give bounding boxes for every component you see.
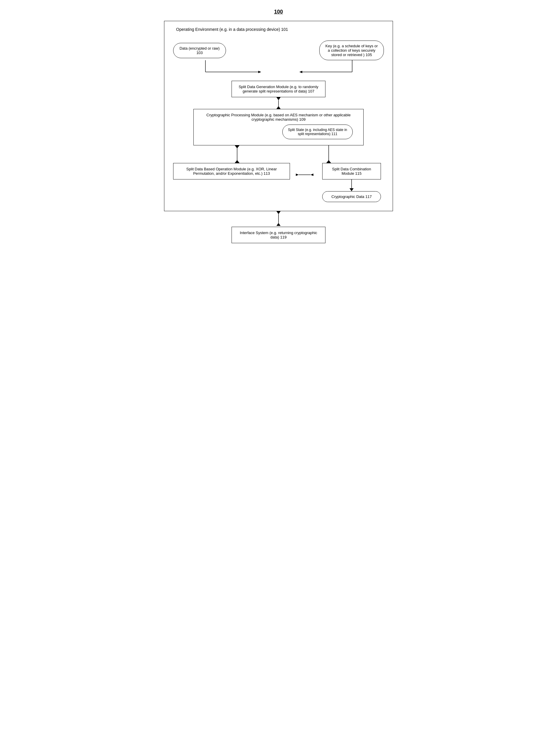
sdcm-box: Split Data Combination Module 115 xyxy=(322,163,381,179)
sdgm-cpm-arrow xyxy=(173,97,384,109)
top-arrows-area xyxy=(173,60,384,81)
sdbom-box: Split Data Based Operation Module (e.g. … xyxy=(173,163,290,179)
svg-marker-6 xyxy=(276,97,281,100)
svg-marker-14 xyxy=(296,174,299,176)
data-pill: Data (encrypted or raw) 103 xyxy=(173,43,226,58)
svg-marker-5 xyxy=(299,71,302,73)
svg-marker-2 xyxy=(258,71,261,73)
operating-environment-label: Operating Environment (e.g. in a data pr… xyxy=(173,27,384,32)
bottom-two-col: Split Data Based Operation Module (e.g. … xyxy=(173,163,384,202)
split-state-container: Split State (e.g. including AES state in… xyxy=(198,124,359,139)
horiz-arrow xyxy=(296,163,314,178)
svg-marker-13 xyxy=(326,160,331,163)
top-arrows-svg xyxy=(173,60,384,81)
interface-section: Interface System (e.g. returning cryptog… xyxy=(164,211,393,243)
crypto-data-pill: Cryptographic Data 117 xyxy=(322,191,381,202)
sdgm-container: Split Data Generation Module (e.g. to ra… xyxy=(173,81,384,97)
split-data-gen-module-box: Split Data Generation Module (e.g. to ra… xyxy=(232,81,325,97)
page: 100 Operating Environment (e.g. in a dat… xyxy=(164,9,393,243)
interface-system-box: Interface System (e.g. returning cryptog… xyxy=(232,227,325,243)
svg-marker-18 xyxy=(350,188,354,191)
figure-number: 100 xyxy=(164,9,393,15)
svg-marker-19 xyxy=(276,211,281,214)
cpm-container: Cryptographic Processing Module (e.g. ba… xyxy=(173,109,384,145)
svg-marker-8 xyxy=(276,106,281,109)
cpm-bottom-arrows xyxy=(173,145,384,163)
svg-marker-11 xyxy=(235,160,239,163)
svg-marker-16 xyxy=(311,174,314,176)
svg-marker-21 xyxy=(276,223,281,226)
top-row: Data (encrypted or raw) 103 Key (e.g. a … xyxy=(173,40,384,60)
sdcm-to-crypto-arrow xyxy=(347,179,356,191)
split-state-pill: Split State (e.g. including AES state in… xyxy=(282,124,353,139)
key-pill: Key (e.g. a schedule of keys or a collec… xyxy=(319,40,384,60)
cpm-label: Cryptographic Processing Module (e.g. ba… xyxy=(198,113,359,121)
cpm-box: Cryptographic Processing Module (e.g. ba… xyxy=(194,109,363,145)
outer-to-interface-arrow xyxy=(274,211,283,227)
sdbom-col: Split Data Based Operation Module (e.g. … xyxy=(173,163,290,179)
sdcm-col: Split Data Combination Module 115 Crypto… xyxy=(319,163,384,202)
svg-marker-10 xyxy=(235,145,239,148)
operating-environment-box: Operating Environment (e.g. in a data pr… xyxy=(164,21,393,211)
